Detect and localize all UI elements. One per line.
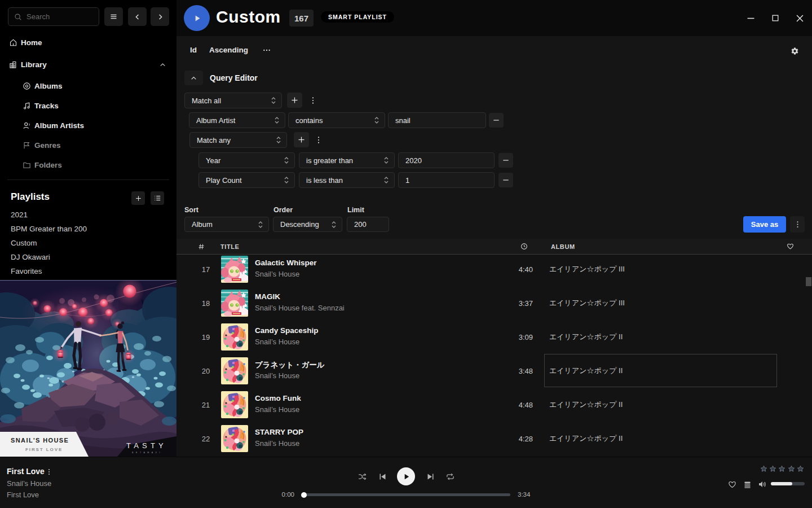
star-icon [788, 465, 795, 472]
volume-slider[interactable] [771, 482, 805, 485]
track-row[interactable]: 20 プラネット・ガール Snail’s House 3:48 エイリアン☆ポッ… [176, 354, 812, 388]
playlist-item[interactable]: DJ Okawari [0, 250, 176, 264]
column-index[interactable] [198, 239, 205, 254]
playlist-list-button[interactable] [151, 191, 164, 205]
queue-button[interactable] [743, 480, 752, 489]
remove-rule-button[interactable] [498, 153, 513, 168]
sidebar-item-tracks[interactable]: Tracks [0, 96, 176, 116]
sidebar-item-album-artists[interactable]: Album Artists [0, 116, 176, 135]
track-row[interactable]: 21 Cosmo Funk Snail’s House 4:48 エイリアン☆ポ… [176, 388, 812, 422]
column-favorite[interactable] [787, 239, 794, 254]
column-title[interactable]: TITLE [220, 239, 240, 254]
window-maximize-button[interactable] [771, 14, 779, 22]
nav-back-button[interactable] [128, 7, 147, 26]
now-playing-artist: Snail’s House [7, 479, 51, 488]
sidebar-item-home[interactable]: Home [0, 32, 176, 54]
play-playlist-button[interactable] [184, 5, 210, 31]
save-as-button[interactable]: Save as [743, 216, 786, 233]
sidebar-item-label: Album Artists [34, 121, 84, 130]
playlist-item[interactable]: Favorites [0, 264, 176, 278]
subgroup-menu-button[interactable] [311, 132, 326, 147]
query-menu-button[interactable] [790, 216, 805, 233]
play-icon [192, 14, 202, 23]
column-album[interactable]: ALBUM [551, 239, 575, 254]
track-row[interactable]: 22 STARRY POP Snail’s House 4:28 エイリアン☆ポ… [176, 422, 812, 456]
repeat-button[interactable] [441, 467, 459, 485]
track-art [221, 290, 248, 317]
scrollbar-thumb[interactable] [806, 277, 811, 286]
repeat-icon [445, 472, 455, 481]
play-icon [402, 472, 411, 481]
select-updown-icon [276, 136, 281, 144]
search-field[interactable] [27, 12, 93, 21]
remove-rule-button[interactable] [498, 173, 513, 187]
previous-button[interactable] [373, 467, 391, 485]
rating-stars[interactable] [760, 465, 804, 472]
rule-value-input[interactable] [398, 152, 495, 168]
volume-fill [771, 482, 792, 485]
more-options-button[interactable] [262, 46, 271, 55]
rule-field-select[interactable]: Year [198, 152, 295, 168]
settings-button[interactable] [791, 47, 799, 55]
shuffle-button[interactable] [353, 467, 371, 485]
maximize-icon [772, 15, 779, 21]
sidebar-item-albums[interactable]: Albums [0, 76, 176, 96]
track-art [221, 425, 248, 452]
sidebar-item-library[interactable]: Library [0, 54, 176, 76]
limit-input[interactable] [347, 217, 389, 232]
elapsed-time: 0:00 [265, 491, 294, 498]
rule-value-input[interactable] [388, 112, 486, 128]
queue-icon [743, 480, 752, 489]
search-input[interactable] [8, 7, 99, 26]
clock-icon [520, 243, 528, 250]
match-all-select[interactable]: Match all [184, 93, 282, 108]
query-editor-collapse-button[interactable] [184, 71, 203, 85]
volume-button[interactable] [758, 480, 767, 489]
track-row[interactable]: 18 MAGIK Snail’s House feat. Sennzai 3:3… [176, 286, 812, 320]
now-playing-menu-button[interactable] [45, 468, 53, 476]
sort-order-button[interactable]: Ascending [209, 46, 248, 54]
nav-forward-button[interactable] [151, 7, 169, 26]
hash-icon [198, 243, 205, 250]
playlist-item[interactable]: Custom [0, 236, 176, 250]
favorite-button[interactable] [727, 480, 736, 489]
rule-field-select[interactable]: Play Count [198, 172, 295, 188]
search-icon [14, 13, 22, 21]
rule-group-menu-button[interactable] [305, 93, 320, 108]
folder-icon [23, 161, 31, 169]
column-duration[interactable] [520, 239, 528, 254]
collapse-chevron-icon[interactable] [159, 61, 166, 68]
rule-operator-select[interactable]: is less than [299, 172, 395, 188]
progress-slider[interactable] [302, 493, 510, 496]
remove-rule-button[interactable] [489, 113, 504, 128]
progress-knob[interactable] [301, 492, 307, 498]
order-select[interactable]: Descending [273, 217, 342, 232]
select-updown-icon [274, 116, 280, 124]
rule-field-select[interactable]: Album Artist [189, 112, 285, 128]
play-pause-button[interactable] [397, 467, 415, 485]
select-updown-icon [383, 176, 389, 184]
sidebar-item-folders[interactable]: Folders [0, 155, 176, 175]
next-button[interactable] [421, 467, 439, 485]
track-row[interactable]: 17 Galactic Whisper Snail’s House 4:40 エ… [176, 255, 812, 286]
sort-field-button[interactable]: Id [190, 46, 197, 54]
track-art [221, 323, 248, 351]
cover-album-text: FIRST LOVE [25, 447, 63, 452]
sort-select[interactable]: Album [184, 217, 269, 232]
window-minimize-button[interactable] [747, 14, 754, 22]
window-close-button[interactable] [796, 14, 804, 22]
rule-value-input[interactable] [398, 172, 495, 188]
match-any-select[interactable]: Match any [189, 132, 287, 148]
add-rule-button[interactable] [287, 93, 302, 108]
add-playlist-button[interactable] [131, 191, 145, 205]
rule-operator-select[interactable]: is greater than [299, 152, 395, 168]
gear-icon [791, 47, 799, 55]
playlist-item[interactable]: 2021 [0, 208, 176, 222]
rule-operator-select[interactable]: contains [288, 112, 385, 128]
track-row[interactable]: 19 Candy Spaceship Snail’s House 3:09 エイ… [176, 320, 812, 354]
playlist-item[interactable]: BPM Greater than 200 [0, 222, 176, 236]
star-icon [797, 465, 804, 472]
menu-button[interactable] [104, 7, 123, 26]
add-subrule-button[interactable] [294, 132, 309, 147]
sidebar-item-genres[interactable]: Genres [0, 135, 176, 155]
